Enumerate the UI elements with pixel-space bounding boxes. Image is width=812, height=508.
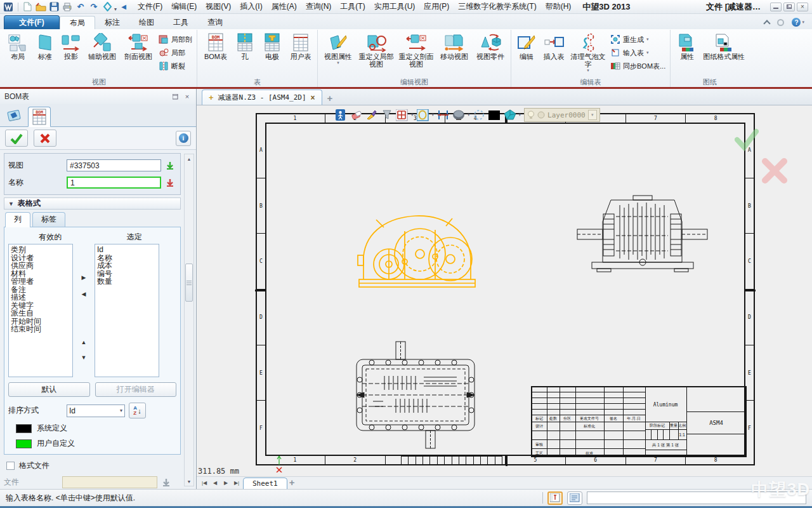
edit-table-button[interactable]: 编辑: [514, 31, 539, 60]
available-column-item[interactable]: 结束时间: [11, 325, 70, 333]
menu-item[interactable]: 插入(I): [235, 1, 266, 12]
redefine-local-view-button[interactable]: 重定义局部视图: [357, 31, 396, 68]
pattern-dropdown-icon[interactable]: ▾: [411, 112, 414, 117]
move-right-button[interactable]: ▶: [82, 274, 86, 281]
view-attributes-dropdown-icon[interactable]: ▾: [337, 60, 339, 65]
ellipse-dropdown-icon[interactable]: ▾: [432, 112, 435, 117]
section-view-button[interactable]: 剖面视图: [121, 31, 156, 60]
hole-table-button[interactable]: 孔: [232, 31, 258, 60]
regen-icon[interactable]: [101, 1, 114, 13]
sort-direction-button[interactable]: AZ↓: [129, 403, 146, 418]
exit-sketch-icon[interactable]: [335, 109, 347, 121]
add-sheet-button[interactable]: +: [289, 477, 295, 489]
selected-column-item[interactable]: 成本: [97, 262, 157, 270]
ribbon-tab-layout[interactable]: 布局: [60, 16, 95, 29]
next-sheet-button[interactable]: ▶: [221, 480, 230, 486]
move-down-button[interactable]: ▼: [81, 354, 87, 361]
view-front-section-highlighted[interactable]: [351, 198, 483, 293]
view-field-input[interactable]: #337503: [67, 159, 161, 171]
view-attributes-button[interactable]: 视图属性 ▾: [320, 31, 356, 65]
file-pick-button[interactable]: [160, 477, 173, 488]
view-top[interactable]: [348, 340, 483, 450]
new-document-tab-button[interactable]: +: [327, 93, 333, 105]
help-dropdown-icon[interactable]: ▾: [802, 20, 804, 25]
drawing-canvas[interactable]: 12345678 12345678 ABCDEF ABCDEF: [197, 105, 812, 476]
message-log-toggle[interactable]: [567, 491, 582, 505]
document-tab-close-icon[interactable]: ×: [311, 93, 315, 102]
document-tab[interactable]: + 减速器N.Z3 - [ASM4_2D] ×: [202, 90, 322, 105]
bom-table-button[interactable]: BOM BOM表: [200, 31, 232, 60]
paintbrush-icon[interactable]: [365, 109, 377, 121]
sort-by-select[interactable]: Id▾: [67, 404, 125, 417]
sheet-attributes-button[interactable]: 属性: [673, 31, 701, 60]
minimize-button[interactable]: [770, 3, 782, 11]
display-dropdown-icon[interactable]: ▾: [468, 112, 470, 117]
previous-sheet-button[interactable]: ◀: [211, 480, 219, 486]
broken-view-button[interactable]: 断裂: [159, 61, 192, 71]
command-input[interactable]: [587, 491, 806, 504]
projection-button[interactable]: 投影: [58, 31, 84, 60]
name-field-input[interactable]: 1: [67, 177, 161, 189]
new-file-icon[interactable]: [21, 1, 34, 13]
panel-scrollbar[interactable]: ▲ ▼: [184, 154, 194, 486]
pattern-grid-icon[interactable]: [396, 109, 408, 121]
available-column-item[interactable]: 派生自: [11, 309, 70, 318]
undo-icon[interactable]: ↶: [74, 1, 87, 13]
available-column-item[interactable]: 供应商: [11, 262, 70, 270]
available-column-item[interactable]: 类别: [11, 246, 70, 254]
electrode-table-button[interactable]: 电极: [258, 31, 286, 60]
selected-column-item[interactable]: 数量: [97, 277, 157, 286]
ribbon-tab-tools[interactable]: 工具: [164, 16, 198, 29]
labels-tab[interactable]: 标签: [32, 212, 65, 227]
redo-icon[interactable]: ↷: [88, 1, 100, 13]
app-logo-icon[interactable]: [3, 1, 15, 13]
bom-tab[interactable]: BOM: [28, 107, 51, 127]
save-icon[interactable]: [48, 1, 60, 13]
cancel-button[interactable]: [34, 130, 56, 147]
restore-button[interactable]: [783, 3, 795, 11]
import-table-button[interactable]: 输入表 ▾: [610, 48, 665, 58]
last-sheet-button[interactable]: ▶|: [232, 480, 241, 486]
selected-columns-list[interactable]: Id名称成本编号数量: [95, 244, 159, 377]
regenerate-dropdown-icon[interactable]: ▾: [646, 37, 649, 42]
menu-item[interactable]: 属性(A): [267, 1, 301, 12]
menu-item[interactable]: 编辑(E): [167, 1, 201, 12]
menu-item[interactable]: 文件(F): [133, 1, 167, 12]
collapse-ribbon-icon[interactable]: [764, 20, 771, 27]
filter-icon[interactable]: [381, 109, 393, 121]
menu-item[interactable]: 实用工具(U): [370, 1, 420, 12]
erase-icon[interactable]: [350, 109, 362, 121]
menu-item[interactable]: 应用(P): [419, 1, 454, 12]
name-pick-button[interactable]: [164, 177, 176, 189]
local-view-button[interactable]: 局部: [159, 48, 192, 58]
menu-item[interactable]: 三维数字化教学系统(T): [454, 1, 540, 12]
default-button[interactable]: 默认: [8, 382, 90, 397]
ok-button[interactable]: [5, 130, 28, 147]
menu-item[interactable]: 查询(N): [301, 1, 336, 12]
view-part-button[interactable]: 视图零件: [473, 31, 508, 60]
menu-item[interactable]: 视图(V): [201, 1, 235, 12]
sheet-format-attributes-button[interactable]: 图纸格式属性: [702, 31, 746, 60]
ghost-cancel-mark[interactable]: [760, 156, 789, 185]
collapse-toolbar-icon[interactable]: ◀: [117, 1, 130, 13]
auxiliary-view-button[interactable]: 辅助视图: [84, 31, 120, 60]
panel-close-icon[interactable]: ×: [183, 93, 192, 101]
scrollbar-thumb[interactable]: [185, 264, 193, 302]
panel-dock-icon[interactable]: [171, 93, 180, 101]
insert-table-button[interactable]: 插入表: [540, 31, 568, 60]
prompt-panel-toggle[interactable]: [547, 491, 563, 505]
available-column-item[interactable]: 描述: [11, 293, 70, 302]
standard-view-button[interactable]: 标准: [32, 31, 58, 60]
ghost-ok-mark[interactable]: [735, 128, 759, 151]
shade-mode-icon[interactable]: [504, 109, 516, 121]
move-left-button[interactable]: ◀: [82, 291, 86, 297]
quick-access-dropdown-icon[interactable]: ▾: [114, 6, 117, 13]
layout-button[interactable]: 布局: [4, 31, 32, 60]
regenerate-button[interactable]: 重生成 ▾: [610, 34, 665, 44]
menu-item[interactable]: 工具(T): [336, 1, 369, 12]
format-file-checkbox[interactable]: [6, 462, 15, 470]
help-icon[interactable]: ?: [792, 18, 801, 27]
ribbon-tab-annotate[interactable]: 标注: [95, 16, 129, 29]
highlight-set-icon[interactable]: [473, 109, 485, 121]
file-field-input[interactable]: [62, 476, 157, 488]
